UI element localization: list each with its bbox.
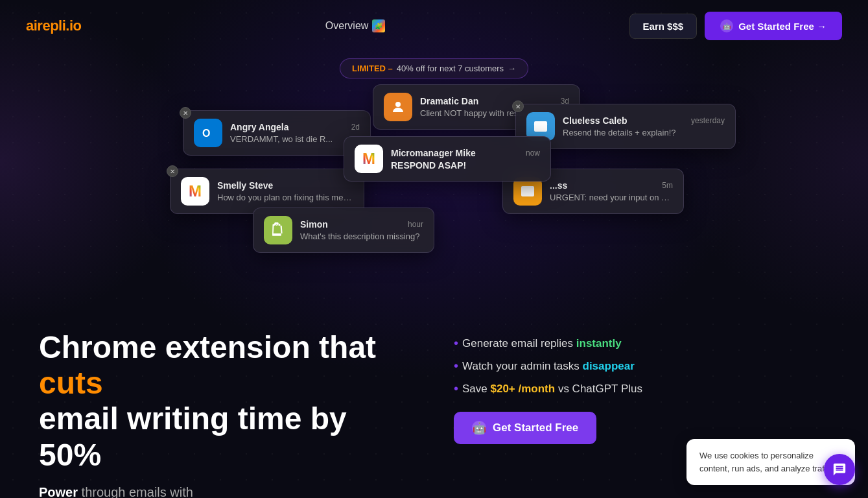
close-smelly-steve[interactable]: ✕ (167, 165, 178, 177)
card-header: Angry Angela 2d (230, 122, 360, 132)
card-info-mike: Micromanager Mike now RESPOND ASAP! (391, 148, 540, 171)
card-info-steve: Smelly Steve How do you plan on fixing t… (217, 180, 353, 202)
hero-right: Generate email replies instantly Watch y… (454, 329, 713, 444)
navbar: airepli.io Overview 🧩 Earn $$$ 🤖 Get Sta… (0, 0, 868, 52)
svg-text:O: O (202, 128, 210, 139)
gmail-icon-steve: M (181, 177, 209, 206)
get-started-nav-label: Get Started Free → (738, 21, 827, 32)
robot-icon: 🤖 (720, 19, 733, 32)
svg-rect-4 (521, 186, 534, 196)
feature-item-2: Watch your admin tasks disappear (454, 359, 713, 374)
close-angry-angela[interactable]: ✕ (180, 107, 191, 119)
card-message-steve: How do you plan on fixing this mess?!?! (217, 193, 353, 202)
close-clueless-caleb[interactable]: ✕ (512, 101, 524, 112)
card-message: VERDAMMT, wo ist die R... (230, 134, 360, 144)
card-name-dan: Dramatic Dan (420, 96, 478, 106)
hero-subheadline: Power through emails with human-like rep… (39, 483, 402, 498)
card-angry-angela[interactable]: ✕ O Angry Angela 2d VERDAMMT, wo ist die… (183, 110, 371, 156)
robot-icon-hero: 🤖 (472, 421, 486, 435)
card-name-caleb: Clueless Caleb (563, 115, 628, 126)
feature-text-3: Save $20+ /month vs ChatGPT Plus (462, 383, 642, 396)
card-name-steve: Smelly Steve (217, 180, 273, 191)
offer-text: 40% off for next 7 customers (397, 64, 504, 73)
feature-text-1: Generate email replies instantly (462, 337, 622, 350)
logo: airepli.io (26, 18, 81, 34)
limited-label: LIMITED – (352, 64, 393, 73)
svg-rect-3 (534, 121, 547, 132)
card-header-mike: Micromanager Mike now (391, 148, 540, 158)
limited-banner[interactable]: LIMITED – 40% off for next 7 customers → (0, 58, 868, 78)
nav-center: Overview 🧩 (325, 19, 386, 32)
card-message-simon: What's this description missing? (300, 231, 423, 241)
hero-headline: Chrome extension that cuts email writing… (39, 329, 402, 473)
chat-button[interactable] (824, 454, 855, 485)
get-started-nav-button[interactable]: 🤖 Get Started Free → (705, 12, 842, 40)
card-header-steve: Smelly Steve (217, 180, 353, 191)
chat-icon (832, 462, 847, 477)
card-time-urgent: 5m (662, 181, 673, 190)
limited-pill[interactable]: LIMITED – 40% off for next 7 customers → (340, 58, 528, 78)
card-micromanager-mike[interactable]: M Micromanager Mike now RESPOND ASAP! (344, 136, 551, 182)
card-message-mike: RESPOND ASAP! (391, 160, 534, 171)
cookie-text: We use cookies to personalize content, r… (699, 451, 835, 473)
card-time: 2d (351, 123, 360, 132)
card-simon[interactable]: Simon hour What's this description missi… (253, 208, 434, 253)
get-started-hero-button[interactable]: 🤖 Get Started Free (454, 412, 596, 444)
earn-button[interactable]: Earn $$$ (629, 14, 698, 39)
banner-arrow: → (508, 64, 516, 73)
feature-item-3: Save $20+ /month vs ChatGPT Plus (454, 381, 713, 396)
card-time-mike: now (526, 148, 540, 158)
nav-overview[interactable]: Overview 🧩 (325, 19, 386, 32)
card-time-caleb: yesterday (691, 116, 725, 125)
card-header-urgent: ...ss 5m (550, 180, 673, 191)
card-name-simon: Simon (300, 219, 328, 230)
card-header-simon: Simon hour (300, 219, 423, 230)
card-time-simon: hour (408, 220, 423, 229)
feature-item-1: Generate email replies instantly (454, 336, 713, 351)
card-info-simon: Simon hour What's this description missi… (300, 219, 423, 241)
card-message-caleb: Resend the details + explain!? (563, 128, 705, 137)
overview-label: Overview (325, 20, 369, 32)
feature-list: Generate email replies instantly Watch y… (454, 336, 713, 396)
card-name-mike: Micromanager Mike (391, 148, 476, 158)
card-info: Angry Angela 2d VERDAMMT, wo ist die R..… (230, 122, 360, 144)
card-message-urgent: URGENT: need your input on client query … (550, 193, 673, 202)
gmail-icon-mike: M (355, 145, 383, 173)
card-name: Angry Angela (230, 122, 289, 132)
shopify-icon (264, 216, 292, 244)
outlook-icon: O (194, 119, 222, 147)
svg-point-2 (395, 102, 401, 107)
generic-icon-dan (384, 93, 412, 121)
hero-left: Chrome extension that cuts email writing… (39, 329, 402, 498)
cards-area: ✕ O Angry Angela 2d VERDAMMT, wo ist die… (0, 78, 868, 311)
card-header-caleb: Clueless Caleb yesterday (563, 115, 725, 126)
card-name-urgent: ...ss (550, 180, 567, 191)
nav-right: Earn $$$ 🤖 Get Started Free → (629, 12, 842, 40)
card-info-caleb: Clueless Caleb yesterday Resend the deta… (563, 115, 725, 137)
get-started-hero-label: Get Started Free (493, 421, 578, 434)
feature-text-2: Watch your admin tasks disappear (462, 360, 635, 373)
card-info-urgent: ...ss 5m URGENT: need your input on clie… (550, 180, 673, 202)
chrome-extension-icon: 🧩 (372, 19, 385, 32)
